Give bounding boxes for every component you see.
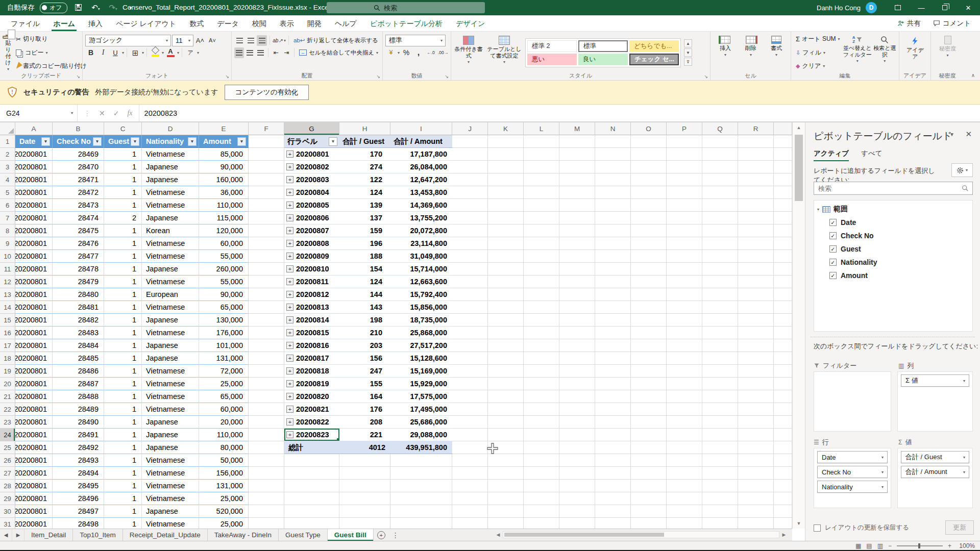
enter-formula-icon[interactable]: ✓ bbox=[113, 109, 119, 117]
cell-E22[interactable]: 60,000 bbox=[199, 403, 249, 416]
cell-L28[interactable] bbox=[524, 480, 559, 492]
cell-L14[interactable] bbox=[524, 301, 559, 314]
align-right-icon[interactable] bbox=[256, 47, 265, 58]
row-header-5[interactable]: 5 bbox=[0, 186, 15, 199]
row-header-21[interactable]: 21 bbox=[0, 390, 15, 403]
panel-tab-active[interactable]: アクティブ bbox=[814, 149, 849, 161]
cell-F31[interactable] bbox=[249, 518, 284, 529]
cancel-formula-icon[interactable]: ✕ bbox=[99, 109, 105, 117]
cell-E30[interactable]: 520,000 bbox=[199, 505, 249, 518]
cell-L20[interactable] bbox=[524, 378, 559, 390]
cell-blank[interactable] bbox=[774, 186, 792, 199]
cell-A16[interactable]: 20200801 bbox=[15, 327, 53, 339]
cell-F17[interactable] bbox=[249, 339, 284, 352]
cell-blank[interactable] bbox=[774, 173, 792, 186]
cell-J5[interactable] bbox=[452, 186, 488, 199]
sort-filter-button[interactable]: AZ 並べ替えとフィルター▾ bbox=[842, 34, 873, 71]
cell-C20[interactable]: 1 bbox=[104, 378, 142, 390]
cell-J29[interactable] bbox=[452, 492, 488, 505]
enable-content-button[interactable]: コンテンツの有効化 bbox=[225, 85, 309, 100]
cell-O27[interactable] bbox=[631, 467, 667, 480]
cell-B24[interactable]: 28491 bbox=[53, 429, 104, 441]
column-header-D[interactable]: D bbox=[142, 122, 199, 135]
column-header-C[interactable]: C bbox=[104, 122, 142, 135]
underline-button[interactable]: U bbox=[110, 47, 121, 58]
cell-R25[interactable] bbox=[738, 441, 774, 454]
cell-K3[interactable] bbox=[488, 161, 524, 173]
cell-G13[interactable]: +20200812 bbox=[284, 288, 339, 301]
cell-N27[interactable] bbox=[595, 467, 631, 480]
column-header-B[interactable]: B bbox=[53, 122, 104, 135]
column-header-Q[interactable]: Q bbox=[702, 122, 738, 135]
cell-I23[interactable]: 25,686,000 bbox=[390, 416, 452, 429]
cell-E23[interactable]: 20,000 bbox=[199, 416, 249, 429]
cell-A31[interactable]: 20200801 bbox=[15, 518, 53, 529]
cell-C22[interactable]: 1 bbox=[104, 403, 142, 416]
pivot-header-I1[interactable]: 合計 / Amount bbox=[390, 135, 452, 148]
menu-tab-4[interactable]: ページ レイアウト bbox=[109, 15, 183, 31]
cell-P1[interactable] bbox=[667, 135, 702, 148]
column-header-J[interactable]: J bbox=[452, 122, 488, 135]
cell-N16[interactable] bbox=[595, 327, 631, 339]
cell-G26[interactable] bbox=[284, 454, 339, 467]
insert-cells-button[interactable]: 挿入▾ bbox=[713, 34, 738, 71]
rows-area[interactable]: Date▾Check No▾Nationality▾ bbox=[814, 448, 891, 508]
cell-I19[interactable]: 15,169,000 bbox=[390, 365, 452, 378]
decrease-decimal-icon[interactable]: .00→ bbox=[437, 47, 449, 58]
panel-tab-all[interactable]: すべて bbox=[861, 149, 882, 161]
cell-D28[interactable]: Vietnamese bbox=[142, 480, 199, 492]
menu-tab-6[interactable]: データ bbox=[210, 15, 246, 31]
row-header-1[interactable]: 1 bbox=[0, 135, 15, 148]
cell-blank[interactable] bbox=[774, 314, 792, 327]
cell-M1[interactable] bbox=[559, 135, 595, 148]
cell-R14[interactable] bbox=[738, 301, 774, 314]
column-header-H[interactable]: H bbox=[339, 122, 390, 135]
sheet-tab-top10_item[interactable]: Top10_Item bbox=[73, 529, 123, 541]
cell-I2[interactable]: 17,187,800 bbox=[390, 148, 452, 161]
cell-M27[interactable] bbox=[559, 467, 595, 480]
number-format-select[interactable]: 標準▾ bbox=[385, 35, 446, 46]
defer-layout-checkbox[interactable] bbox=[814, 524, 821, 532]
cell-R12[interactable] bbox=[738, 276, 774, 288]
collapse-ribbon-icon[interactable]: ∧ bbox=[971, 72, 975, 78]
menu-tab-2[interactable]: ホーム bbox=[46, 15, 82, 31]
row-header-31[interactable]: 31 bbox=[0, 518, 15, 529]
cell-D24[interactable]: Japanese bbox=[142, 429, 199, 441]
cell-Q7[interactable] bbox=[702, 212, 738, 224]
cell-I7[interactable]: 13,755,200 bbox=[390, 212, 452, 224]
cell-L29[interactable] bbox=[524, 492, 559, 505]
cell-A21[interactable]: 20200801 bbox=[15, 390, 53, 403]
cell-F8[interactable] bbox=[249, 224, 284, 237]
cell-C27[interactable]: 1 bbox=[104, 467, 142, 480]
cell-G29[interactable] bbox=[284, 492, 339, 505]
cell-C30[interactable]: 1 bbox=[104, 505, 142, 518]
cell-K4[interactable] bbox=[488, 173, 524, 186]
cell-D17[interactable]: Japanese bbox=[142, 339, 199, 352]
cell-O25[interactable] bbox=[631, 441, 667, 454]
cell-B4[interactable]: 28471 bbox=[53, 173, 104, 186]
cell-blank[interactable] bbox=[774, 390, 792, 403]
sheet-nav-left-icon[interactable]: ◀ bbox=[0, 529, 12, 541]
cell-style-chip[interactable]: 標準 bbox=[578, 40, 628, 52]
expand-icon[interactable]: + bbox=[286, 291, 293, 298]
cell-M26[interactable] bbox=[559, 454, 595, 467]
cell-L5[interactable] bbox=[524, 186, 559, 199]
expand-icon[interactable]: + bbox=[286, 329, 293, 336]
cell-blank[interactable] bbox=[774, 339, 792, 352]
columns-area[interactable]: Σ 値▾ bbox=[897, 371, 973, 432]
cell-J18[interactable] bbox=[452, 352, 488, 365]
cell-J13[interactable] bbox=[452, 288, 488, 301]
cell-F16[interactable] bbox=[249, 327, 284, 339]
cell-F10[interactable] bbox=[249, 250, 284, 263]
filter-dropdown-icon[interactable]: ▼ bbox=[131, 137, 139, 146]
zoom-slider-thumb[interactable] bbox=[918, 543, 920, 548]
cell-blank[interactable] bbox=[774, 365, 792, 378]
cell-E24[interactable]: 110,000 bbox=[199, 429, 249, 441]
row-header-20[interactable]: 20 bbox=[0, 378, 15, 390]
cell-M11[interactable] bbox=[559, 263, 595, 276]
cell-J22[interactable] bbox=[452, 403, 488, 416]
sheet-tab-guest-type[interactable]: Guest Type bbox=[279, 529, 328, 541]
cell-E29[interactable]: 25,000 bbox=[199, 492, 249, 505]
cell-B6[interactable]: 28473 bbox=[53, 199, 104, 212]
cell-B9[interactable]: 28476 bbox=[53, 237, 104, 250]
